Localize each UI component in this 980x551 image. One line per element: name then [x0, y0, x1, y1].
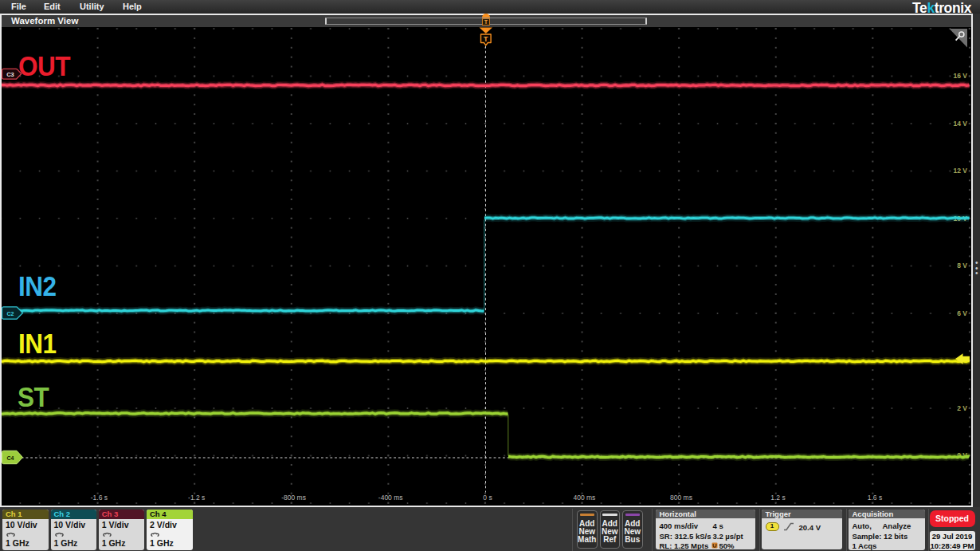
svg-text:C4: C4: [7, 455, 14, 460]
svg-text:T: T: [484, 35, 488, 43]
svg-text:C2: C2: [7, 310, 14, 316]
svg-text:C3: C3: [6, 71, 14, 78]
